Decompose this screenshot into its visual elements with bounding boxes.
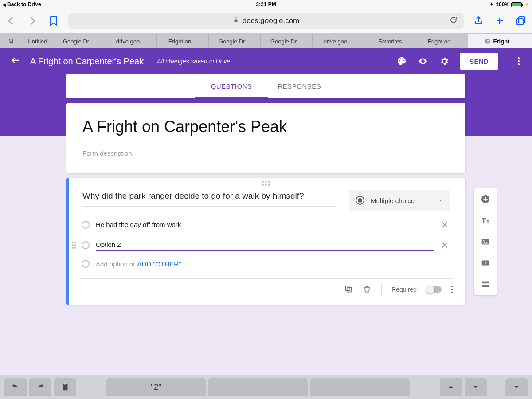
redo-button[interactable] [29,378,51,396]
undo-button[interactable] [4,378,27,396]
browser-tab[interactable]: Google Dr… [261,34,313,48]
remove-option-button[interactable] [440,240,450,250]
add-question-button[interactable] [480,194,491,204]
tabs-button[interactable] [514,14,528,27]
question-type-dropdown[interactable]: Multiple choice [349,190,450,211]
option-drag-handle[interactable] [72,242,76,249]
address-url: docs.google.com [243,16,300,25]
back-to-app-label: Back to Drive [7,1,41,8]
preview-button[interactable] [417,55,429,67]
question-card: Why did the park ranger decide to go for… [66,178,466,305]
question-more-button[interactable] [451,286,453,293]
browser-tab[interactable]: Google Dr… [53,34,105,48]
delete-button[interactable] [363,285,372,295]
tab-label: Google Dr… [219,38,250,45]
tab-label: drive.goo… [324,38,353,45]
add-option-button[interactable]: Add option [96,260,128,268]
svg-rect-10 [482,285,489,287]
option-text-input[interactable]: Option 2 [96,239,434,251]
browser-tab[interactable]: Google Dr… [209,34,261,48]
browser-tab[interactable]: Fright on… [416,34,468,48]
address-bar[interactable]: docs.google.com [68,13,464,29]
forms-back-button[interactable] [11,55,20,67]
bookmarks-button[interactable] [47,14,60,27]
nav-back-button[interactable] [4,14,18,27]
form-tabs-card: QUESTIONS RESPONSES [66,74,466,98]
clipboard-button[interactable] [54,378,76,396]
chevron-down-icon [438,197,443,204]
option-radio-icon [82,221,90,229]
safari-toolbar: docs.google.com [0,9,532,33]
charging-icon: ⚡ [524,2,529,7]
keyboard-suggestion[interactable] [208,378,308,396]
svg-rect-9 [482,282,489,284]
separator [381,283,382,296]
svg-rect-3 [347,287,352,292]
browser-tab[interactable]: Untitled [22,34,53,48]
option-radio-icon [82,241,90,249]
new-tab-button[interactable] [493,14,506,27]
dismiss-keyboard-button[interactable] [505,378,528,396]
svg-rect-11 [63,384,68,391]
add-image-button[interactable] [480,236,491,247]
browser-tab[interactable]: M [0,34,22,48]
bluetooth-icon: ✦ [489,1,494,8]
browser-tab[interactable]: Fright on… [157,34,209,48]
option-row: Option 2 [82,239,450,251]
svg-point-7 [483,240,485,242]
browser-tab-active[interactable]: Fright… [468,34,532,48]
tab-label: drive.goo… [116,38,145,45]
add-section-button[interactable] [480,279,491,289]
back-to-app[interactable]: ◀ Back to Drive [3,1,41,8]
prev-field-button[interactable] [440,378,462,396]
reload-button[interactable] [450,16,458,26]
tab-label: M [8,38,13,45]
form-title-header[interactable]: A Fright on Carpenter's Peak [30,56,144,66]
next-field-button[interactable] [465,378,487,396]
keyboard-accessory-bar: "2" [0,375,532,399]
form-title-card[interactable]: A Fright on Carpenter's Peak Form descri… [66,103,466,173]
battery-icon [511,2,522,7]
radio-icon [356,196,364,205]
question-drag-handle[interactable] [66,178,466,188]
browser-tab-strip: M Untitled Google Dr… drive.goo… Fright … [0,33,532,48]
tab-questions[interactable]: QUESTIONS [209,74,254,98]
forms-header: A Fright on Carpenter's Peak All changes… [0,48,532,74]
palette-button[interactable] [396,55,407,67]
svg-rect-1 [517,19,523,25]
lock-icon [233,16,239,25]
add-video-button[interactable] [480,258,491,268]
option-text-input[interactable]: He had the day off from work. [96,219,434,230]
tab-label: Google Dr… [270,38,302,45]
duplicate-button[interactable] [344,285,353,295]
form-description-input[interactable]: Form description [82,149,450,157]
tab-responses[interactable]: RESPONSES [276,74,323,98]
send-button[interactable]: SEND [460,53,498,70]
browser-tab[interactable]: drive.goo… [313,34,364,48]
tab-label: Google Dr… [63,38,95,45]
add-title-button[interactable] [480,215,491,226]
question-text-input[interactable]: Why did the park ranger decide to go for… [82,190,336,207]
more-menu-button[interactable] [514,57,523,65]
svg-rect-4 [346,286,350,290]
add-other-button[interactable]: ADD "OTHER" [137,260,181,268]
keyboard-suggestion[interactable] [310,378,410,396]
browser-tab[interactable]: Favorites [364,34,416,48]
svg-rect-0 [519,17,525,23]
option-radio-icon [82,260,90,268]
browser-tab[interactable]: drive.goo… [105,34,157,48]
required-toggle[interactable] [426,286,442,293]
option-row: He had the day off from work. [82,219,450,230]
tab-label: Untitled [27,38,47,45]
nav-forward-button[interactable] [26,14,39,27]
form-title-input[interactable]: A Fright on Carpenter's Peak [82,117,450,136]
tab-label: Favorites [378,38,402,45]
add-option-row: Add option or ADD "OTHER" [82,260,450,268]
keyboard-suggestion[interactable]: "2" [106,378,206,396]
close-tab-icon[interactable] [485,38,491,44]
ios-status-bar: ◀ Back to Drive 3:21 PM ✦ 100% ⚡ [0,0,532,9]
share-button[interactable] [472,14,485,27]
settings-button[interactable] [438,55,450,67]
remove-option-button[interactable] [440,220,450,230]
clock: 3:21 PM [256,1,276,8]
